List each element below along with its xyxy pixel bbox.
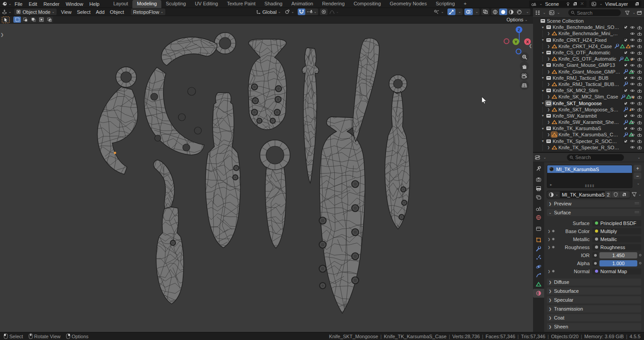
outliner-display-caret[interactable]: ⌄ [557,11,560,15]
pivot-point-dropdown[interactable]: ⌄ [283,8,296,15]
slot-specials-caret[interactable]: ⌄ [634,180,641,187]
viewport-menu-select[interactable]: Select [74,9,93,15]
outliner-row-knife-benchmade-mini-socp[interactable]: ▼Knife_Benchmade_Mini_SOCP [533,24,644,30]
hide-eye-icon[interactable] [630,89,635,93]
exclude-checkbox[interactable] [623,38,628,42]
disable-render-camera-icon[interactable] [637,107,642,111]
overlays-dropdown[interactable]: ⌄ [473,8,480,15]
outliner-search-input[interactable]: Search [568,9,621,16]
properties-editor-caret[interactable]: ⌄ [543,156,546,160]
expand-caret[interactable]: ❯ [546,108,551,111]
camera-view-icon[interactable] [520,71,529,81]
hide-eye-icon[interactable] [630,32,635,36]
ior-slider[interactable]: 1.450 [599,252,637,258]
expand-chevron[interactable]: ❯ [548,229,550,233]
subsurface-panel-header[interactable]: ❯Subsurface [547,287,641,295]
properties-tab-scene-icon[interactable] [533,204,544,213]
surface-panel-header[interactable]: ⌄Surface [547,209,641,216]
workspace-tab-layout[interactable]: Layout [109,0,132,8]
exclude-checkbox[interactable] [623,88,628,93]
expand-caret[interactable]: ❯ [546,57,551,61]
snap-toggle[interactable] [298,8,305,15]
properties-tab-tool-icon[interactable] [533,164,544,173]
pin-icon[interactable] [565,1,570,7]
view-layer-selector[interactable]: ⌄ ViewLayer [589,0,641,7]
keyframe-dot-icon[interactable] [639,254,641,256]
hide-eye-icon[interactable] [630,38,635,42]
transform-orientation-dropdown[interactable]: Global⌄ [254,8,283,15]
hide-eye-icon[interactable] [630,51,635,55]
new-view-layer-icon[interactable] [634,1,640,7]
select-mode-invert[interactable] [37,16,45,23]
expand-caret[interactable]: ▼ [541,127,545,130]
remove-slot-button[interactable]: − [634,172,641,179]
hide-eye-icon[interactable] [630,63,635,67]
workspace-tab-scripting[interactable]: Scripting [431,0,459,8]
outliner-row-knife-rmj-tactical-bub[interactable]: ▼Knife_RMJ_Tactical_BUB [533,75,644,81]
hide-eye-icon[interactable] [630,120,635,124]
xray-toggle[interactable] [481,8,489,15]
navigation-gizmo[interactable]: Z Y X [503,25,531,57]
scene-name[interactable]: Scene [544,1,563,7]
menu-edit[interactable]: Edit [25,0,40,8]
viewport-menu-object[interactable]: Object [107,9,127,15]
outliner-row-knife-skt-mongoose[interactable]: ▼Knife_SKT_Mongoose [533,100,644,106]
hide-eye-icon[interactable] [630,107,635,111]
normal-map-dropdown[interactable]: Normal Map [592,268,641,274]
outliner-row-scene-collection[interactable]: Scene Collection [533,18,644,24]
hide-eye-icon[interactable] [630,44,635,48]
expand-caret[interactable]: ▼ [541,139,545,143]
disable-render-camera-icon[interactable] [637,114,642,118]
expand-caret[interactable]: ▼ [541,38,545,41]
exclude-checkbox[interactable] [623,50,628,55]
shading-wireframe-button[interactable] [491,8,499,15]
gizmo-axis-z[interactable]: Z [516,26,522,33]
workspace-tab-texture-paint[interactable]: Texture Paint [222,0,260,8]
shading-material-button[interactable] [507,8,515,15]
hide-eye-icon[interactable] [630,127,635,131]
outliner-row-knife-sw-karambit-sheath[interactable]: ❯Knife_SW_Karambit_Sheath [533,119,644,125]
diffuse-panel-header[interactable]: ❯Diffuse [547,279,641,286]
hide-eye-icon[interactable] [630,95,635,99]
outliner-row-knife-tk-karsumbas[interactable]: ▼Knife_TK_KarsumbaS [533,125,644,131]
properties-tab-physics-icon[interactable] [533,262,544,271]
outliner-row-knife-sw-karambit[interactable]: ▼Knife_SW_Karambit [533,113,644,119]
workspace-tab-shading[interactable]: Shading [260,0,287,8]
disable-render-camera-icon[interactable] [637,82,642,86]
expand-caret[interactable]: ❯ [546,45,551,48]
outliner-row-knife-giant-mouse-gmp13[interactable]: ❯Knife_Giant_Mouse_GMP13 [533,69,644,75]
workspace-tab-modeling[interactable]: Modeling [132,0,161,8]
roughness-input-dropdown[interactable]: Roughness [592,244,641,250]
unlink-scene-icon[interactable]: ✕ [579,1,585,7]
workspace-tab-geometry-nodes[interactable]: Geometry Nodes [386,0,431,8]
base-color-input-dropdown[interactable]: Multiply [592,228,641,234]
surface-input-dropdown[interactable]: Principled BSDF [592,220,641,226]
outliner-row-knife-tk-specter-r-socom[interactable]: ▼Knife_TK_Specter_R_SOCOM [533,138,644,144]
gizmos-dropdown[interactable]: ⌄ [455,8,463,15]
properties-tab-render-icon[interactable] [533,175,544,184]
outliner-row-knife-skt-mongoose-sheath[interactable]: ❯Knife_SKT_Mongoose_Sheath [533,107,644,113]
hide-eye-icon[interactable] [630,57,635,61]
properties-tab-collection-icon[interactable] [533,224,544,233]
hide-eye-icon[interactable] [630,76,635,80]
disable-render-camera-icon[interactable] [637,57,642,61]
disable-render-camera-icon[interactable] [637,89,642,93]
gizmo-axis-x-neg[interactable] [504,38,509,44]
shading-solid-button[interactable] [499,8,507,15]
exclude-checkbox[interactable] [623,114,628,118]
disable-render-camera-icon[interactable] [637,70,642,74]
hide-eye-icon[interactable] [630,70,635,74]
users-count-button[interactable]: 2 [605,191,611,198]
view-layer-name[interactable]: ViewLayer [604,1,632,7]
add-workspace-button[interactable]: + [459,0,471,8]
disable-render-camera-icon[interactable] [637,76,642,80]
expand-caret[interactable]: ▼ [541,114,545,117]
new-material-copy-icon[interactable] [619,191,628,198]
editor-type-caret[interactable]: ⌄ [8,2,12,6]
properties-tab-output-icon[interactable] [533,184,544,193]
disable-render-camera-icon[interactable] [637,139,642,143]
outliner-row-knife-cs-otf-automatic[interactable]: ❯Knife_CS_OTF_Automatic [533,56,644,62]
exclude-checkbox[interactable] [623,25,628,29]
expand-chevron[interactable]: ❯ [548,238,550,241]
material-name-field[interactable]: MI_TK_KarsumbaS [560,192,605,197]
